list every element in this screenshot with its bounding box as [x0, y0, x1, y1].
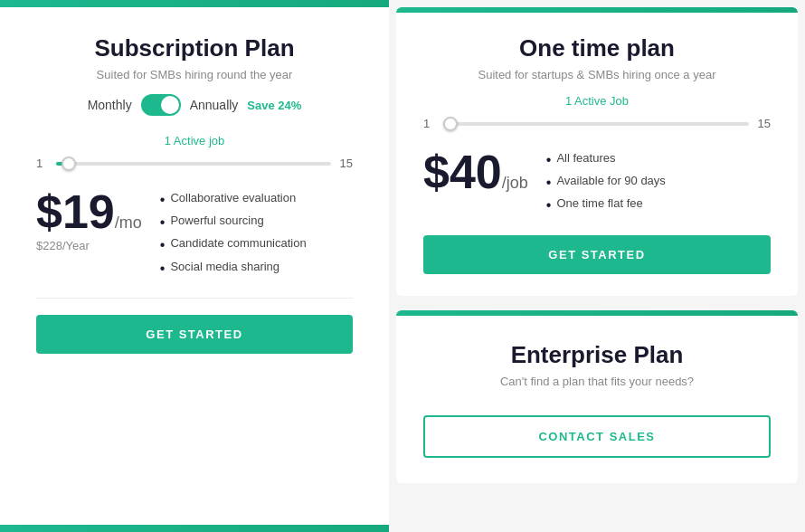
one-time-feature-3: One time flat fee [546, 194, 666, 216]
subscription-slider-thumb[interactable] [62, 157, 76, 171]
subscription-top-bar [0, 0, 389, 7]
subscription-divider [36, 298, 353, 299]
subscription-feature-3: Candidate communication [160, 233, 307, 256]
one-time-pricing-row: $40/job All features Available for 90 da… [423, 148, 771, 217]
monthly-label: Monthly [88, 98, 132, 112]
subscription-slider-track[interactable] [56, 162, 331, 166]
billing-toggle-row: Monthly Annually Save 24% [36, 94, 353, 116]
subscription-price-year: $228/Year [36, 239, 142, 252]
one-time-active-jobs: 1 Active Job [423, 94, 771, 108]
subscription-feature-2: Powerful sourcing [160, 211, 307, 233]
one-time-get-started-button[interactable]: GET STARTED [423, 235, 771, 274]
subscription-slider-row: 1 15 [36, 157, 353, 170]
subscription-features-list: Collaborative evaluation Powerful sourci… [160, 188, 307, 280]
one-time-price-unit: /job [502, 174, 528, 192]
save-badge: Save 24% [247, 99, 301, 112]
subscription-plan-title: Subscription Plan [36, 34, 353, 62]
one-time-price-block: $40/job [423, 148, 528, 195]
one-time-plan-title: One time plan [423, 34, 771, 62]
subscription-bottom-bar [0, 525, 389, 532]
subscription-plan-panel: Subscription Plan Suited for SMBs hiring… [0, 0, 389, 532]
subscription-price-block: $19/mo $228/Year [36, 188, 142, 252]
one-time-slider-thumb[interactable] [443, 117, 458, 131]
subscription-slider-max: 15 [340, 157, 353, 170]
one-time-slider-track[interactable] [443, 122, 749, 126]
one-time-plan-card: One time plan Suited for startups & SMBs… [396, 7, 798, 296]
subscription-feature-4: Social media sharing [160, 257, 307, 280]
enterprise-plan-card: Enterprise Plan Can't find a plan that f… [396, 310, 798, 483]
one-time-plan-subtitle: Suited for startups & SMBs hiring once a… [423, 68, 771, 81]
subscription-active-jobs: 1 Active job [36, 134, 353, 147]
enterprise-plan-subtitle: Can't find a plan that fits your needs? [423, 375, 771, 388]
subscription-price: $19/mo [36, 188, 142, 235]
one-time-slider-row: 1 15 [423, 117, 771, 130]
contact-sales-button[interactable]: CONTACT SALES [423, 415, 771, 458]
right-panel: One time plan Suited for startups & SMBs… [389, 0, 805, 532]
annually-label: Annually [190, 98, 239, 112]
subscription-pricing-row: $19/mo $228/Year Collaborative evaluatio… [36, 188, 353, 280]
one-time-slider-min: 1 [423, 117, 434, 130]
one-time-feature-2: Available for 90 days [546, 171, 666, 194]
subscription-slider-min: 1 [36, 157, 47, 170]
subscription-price-unit: /mo [115, 214, 142, 232]
one-time-features-list: All features Available for 90 days One t… [546, 148, 666, 217]
one-time-price: $40/job [423, 148, 528, 195]
toggle-knob [161, 96, 179, 114]
one-time-feature-1: All features [546, 148, 666, 171]
subscription-feature-1: Collaborative evaluation [160, 188, 307, 211]
subscription-plan-subtitle: Suited for SMBs hiring round the year [36, 68, 353, 81]
one-time-slider-max: 15 [758, 117, 771, 130]
enterprise-plan-title: Enterprise Plan [423, 341, 771, 369]
billing-toggle[interactable] [141, 94, 181, 116]
subscription-get-started-button[interactable]: GET STARTED [36, 315, 353, 354]
